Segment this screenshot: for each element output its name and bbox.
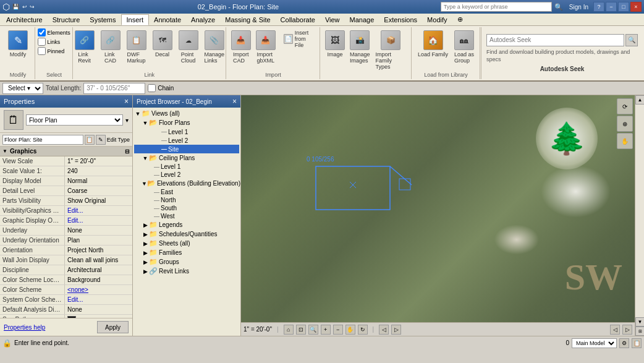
prop-value-display-model[interactable]: Normal [65,176,132,186]
apply-button[interactable]: Apply [97,321,129,333]
prop-value-underlay[interactable]: None [65,226,132,235]
properties-help-link[interactable]: Properties help [4,324,45,331]
chain-checkbox[interactable] [148,84,156,92]
tree-item-east[interactable]: — East [134,188,239,196]
scroll-left-btn[interactable]: ◁ [610,325,620,335]
title-search-btn[interactable]: 🔍 [554,3,563,11]
groups-toggle[interactable]: ▶ [142,258,149,266]
tree-item-legends[interactable]: ▶ 📁 Legends [134,220,239,229]
scroll-up-btn[interactable]: ▲ [635,95,644,105]
prop-value-orientation[interactable]: Project North [65,246,132,255]
manage-images-btn[interactable]: 📸 ManageImages [348,28,371,66]
menu-insert[interactable]: Insert [121,14,150,25]
image-btn[interactable]: 🖼 Image [323,28,347,59]
tree-item-floor-plans[interactable]: ▼ 📂 Floor Plans [134,118,239,127]
tree-item-sheets-all[interactable]: ▶ 📁 Sheets (all) [134,239,239,248]
legends-toggle[interactable]: ▶ [142,221,149,229]
status-icon-1[interactable]: ⚙ [619,338,629,348]
menu-architecture[interactable]: Architecture [1,15,48,25]
menu-extensions[interactable]: Extensions [379,15,422,25]
prop-value-scale-value[interactable]: 240 [65,166,132,176]
scroll-down-btn[interactable]: ▼ [635,317,644,327]
tree-item-level1[interactable]: — Level 1 [134,127,239,136]
select-pinned-check[interactable] [38,47,46,55]
menu-collaborate[interactable]: Collaborate [276,15,320,25]
import-gbxml-btn[interactable]: 📥 ImportgbXML [254,28,278,66]
filter-btn-2[interactable]: ✎ [96,135,106,145]
tree-item-ceiling-l2[interactable]: — Level 2 [134,171,239,179]
menu-annotate[interactable]: Annotate [149,15,186,25]
load-family-btn[interactable]: 🏠 Load Family [415,28,451,59]
save-btn[interactable]: 💾 [12,4,19,10]
scroll-right-btn[interactable]: ▷ [622,325,632,335]
previous-view-btn[interactable]: ◁ [379,325,389,335]
prop-value-underlay-orientation[interactable]: Plan [65,236,132,245]
filter-btn-1[interactable]: 📋 [85,135,95,145]
browser-close-btn[interactable]: × [232,97,237,106]
seek-search-button[interactable]: 🔍 [625,34,638,46]
prop-value-discipline[interactable]: Architectural [65,265,132,275]
tree-item-site[interactable]: — Site [134,145,239,153]
properties-close-btn[interactable]: × [124,97,129,106]
tree-item-ceiling-plans[interactable]: ▼ 📂 Ceiling Plans [134,153,239,163]
title-search-input[interactable] [441,2,552,12]
floor-plan-site-input[interactable] [2,135,83,145]
elevations-toggle[interactable]: ▼ [142,180,147,187]
tree-item-north[interactable]: — North [134,196,239,204]
ceiling-plans-toggle[interactable]: ▼ [142,155,149,162]
tree-item-level2[interactable]: — Level 2 [134,136,239,145]
revit-links-toggle[interactable]: ▶ [142,268,149,275]
prop-value-detail-level[interactable]: Coarse [65,186,132,195]
tree-item-schedules[interactable]: ▶ 📁 Schedules/Quantities [134,229,239,239]
total-length-input[interactable] [83,83,145,94]
pan-btn[interactable]: ✋ [345,325,355,335]
link-cad-btn[interactable]: 🔗 LinkCAD [98,28,123,66]
rotate-btn[interactable]: ↻ [358,325,368,335]
dwf-markup-btn[interactable]: 📋 DWFMarkup [124,28,149,66]
scroll-track[interactable] [635,105,644,317]
home-btn[interactable]: ⌂ [284,325,294,335]
zoom-in-btn[interactable]: + [321,325,331,335]
select-dropdown[interactable]: Select ▾ [2,83,43,94]
modify-btn[interactable]: ✎ Modify [6,28,30,59]
families-toggle[interactable]: ▶ [142,249,149,257]
sign-in-btn[interactable]: Sign In [569,4,588,11]
menu-structure[interactable]: Structure [48,15,85,25]
prop-value-color-scheme-location[interactable]: Background [65,275,132,284]
status-icon-2[interactable]: 📋 [632,338,642,348]
import-family-types-btn[interactable]: 📦 ImportFamily Types [373,28,409,72]
menu-view[interactable]: View [320,15,345,25]
next-view-btn[interactable]: ▷ [391,325,401,335]
tree-item-south[interactable]: — South [134,204,239,212]
tree-item-west[interactable]: — West [134,212,239,220]
insert-from-file-btn[interactable]: 📄 Insertfrom File [281,28,317,49]
canvas-area[interactable]: 🌲 SW 0 105/256 [241,95,635,336]
right-scrollbar[interactable]: ▲ ▼ ⊞ [635,95,644,336]
help-btn[interactable]: ? [593,2,604,12]
prop-value-vis-graphics[interactable]: Edit... [65,206,132,215]
tree-item-views-all[interactable]: ▼ 📁 Views (all) [134,109,239,118]
prop-value-default-analysis[interactable]: None [65,305,132,314]
prop-value-view-scale[interactable]: 1" = 20'-0" [65,156,132,166]
zoom-fit-btn[interactable]: ⊡ [296,325,306,335]
link-revit-btn[interactable]: 🔗 LinkRevit [72,28,97,66]
prop-value-wall-join[interactable]: Clean all wall joins [65,255,132,265]
decal-btn[interactable]: 🗺 Decal [150,28,175,59]
load-as-group-btn[interactable]: 🏘 Load asGroup [452,28,477,66]
nav-orbit-btn[interactable]: ⟳ [617,98,633,114]
schedules-toggle[interactable]: ▶ [142,231,149,238]
redo-btn[interactable]: ↪ [30,4,35,10]
views-all-toggle[interactable]: ▼ [134,110,142,117]
menu-manage[interactable]: Manage [345,15,379,25]
select-elements-check[interactable] [38,28,46,36]
menu-add[interactable]: ⊕ [452,14,468,25]
select-links-check[interactable] [38,38,46,46]
tree-item-ceiling-l1[interactable]: — Level 1 [134,163,239,171]
menu-systems[interactable]: Systems [85,15,121,25]
tree-item-revit-links[interactable]: ▶ 🔗 Revit Links [134,267,239,276]
menu-modify[interactable]: Modify [422,15,452,25]
resize-handle[interactable]: ⊞ [635,327,644,336]
view-name-dropdown[interactable]: Floor Plan [26,114,123,126]
close-btn[interactable]: × [630,2,642,12]
tree-item-families[interactable]: ▶ 📁 Families [134,248,239,257]
